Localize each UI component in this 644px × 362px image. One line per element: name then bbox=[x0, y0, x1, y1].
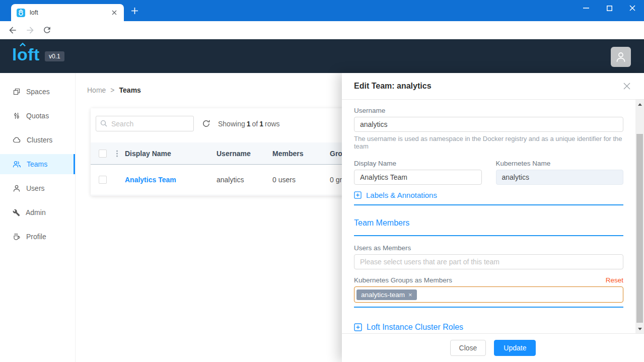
tag-close-icon[interactable]: × bbox=[408, 292, 412, 298]
table-toolbar: Showing1of1rows bbox=[96, 116, 280, 131]
sidebar-item-label: Spaces bbox=[26, 88, 50, 96]
logo-text-ft: ft bbox=[28, 45, 40, 64]
breadcrumb: Home>Teams bbox=[87, 86, 141, 94]
window-controls bbox=[575, 0, 644, 16]
admin-icon bbox=[13, 209, 20, 216]
spaces-icon bbox=[13, 88, 21, 96]
logo-text: l bbox=[12, 45, 17, 64]
scrollbar-thumb[interactable] bbox=[636, 134, 643, 323]
cluster-roles-toggle[interactable]: Loft Instance Cluster Roles bbox=[354, 323, 623, 332]
sidebar-item-spaces[interactable]: Spaces bbox=[0, 82, 75, 102]
sidebar-item-admin[interactable]: Admin bbox=[0, 202, 75, 223]
labels-annotations-label: Labels & Annotations bbox=[366, 191, 437, 199]
groups-members-select[interactable]: analytics-team × bbox=[354, 286, 623, 303]
back-icon[interactable] bbox=[8, 25, 18, 35]
cluster-roles-label: Loft Instance Cluster Roles bbox=[367, 323, 463, 332]
edit-team-drawer: Edit Team: analytics Username The userna… bbox=[342, 73, 644, 362]
sidebar-item-label: Quotas bbox=[26, 112, 49, 120]
drawer-close-icon[interactable] bbox=[622, 81, 632, 91]
minimize-icon[interactable] bbox=[575, 0, 598, 16]
select-all-checkbox[interactable] bbox=[99, 150, 107, 158]
team-display-name-link[interactable]: Analytics Team bbox=[125, 176, 176, 184]
users-icon bbox=[13, 184, 21, 192]
section-divider bbox=[354, 235, 623, 236]
tab-close-icon[interactable] bbox=[110, 8, 119, 17]
breadcrumb-current: Teams bbox=[119, 86, 141, 94]
plus-square-icon bbox=[354, 323, 362, 331]
group-tag-label: analytics-team bbox=[361, 291, 405, 299]
showing-rows-text: Showing1of1rows bbox=[218, 120, 280, 128]
column-menu-icon[interactable] bbox=[116, 150, 118, 157]
breadcrumb-home[interactable]: Home bbox=[87, 86, 106, 94]
sidebar-item-label: Teams bbox=[27, 160, 47, 168]
groups-members-label: Kubernetes Groups as Members bbox=[354, 276, 452, 284]
scroll-up-icon[interactable] bbox=[635, 100, 644, 108]
sidebar-item-label: Profile bbox=[26, 233, 46, 241]
browser-tab[interactable]: loft bbox=[11, 4, 124, 21]
maximize-icon[interactable] bbox=[598, 0, 621, 16]
user-avatar-button[interactable] bbox=[611, 47, 631, 67]
breadcrumb-separator: > bbox=[110, 86, 114, 94]
sidebar-item-profile[interactable]: Profile bbox=[0, 227, 75, 247]
username-input[interactable] bbox=[354, 117, 623, 132]
refresh-icon[interactable] bbox=[42, 25, 52, 35]
clusters-icon bbox=[13, 136, 21, 144]
browser-window: loft demo.loft.sh/teams bbox=[0, 0, 644, 362]
kubernetes-name-label: Kubernetes Name bbox=[496, 160, 624, 167]
team-members: 0 users bbox=[272, 176, 296, 184]
forward-icon[interactable] bbox=[25, 25, 35, 35]
update-button[interactable]: Update bbox=[494, 340, 536, 356]
sidebar-item-teams[interactable]: Teams bbox=[0, 154, 75, 174]
team-username: analytics bbox=[217, 176, 244, 184]
new-tab-icon[interactable] bbox=[131, 7, 138, 15]
drawer-header: Edit Team: analytics bbox=[342, 73, 644, 100]
sidebar-item-users[interactable]: Users bbox=[0, 178, 75, 198]
username-label: Username bbox=[354, 107, 623, 114]
loft-favicon-icon bbox=[17, 9, 25, 17]
drawer-body: Username The username is used as namespa… bbox=[342, 100, 644, 333]
plus-square-icon bbox=[354, 191, 362, 199]
username-hint: The username is used as namespace in the… bbox=[354, 135, 623, 150]
header-members[interactable]: Members bbox=[272, 150, 303, 158]
loft-logo[interactable]: loft bbox=[12, 45, 40, 64]
close-button[interactable]: Close bbox=[450, 340, 486, 356]
header-display-name[interactable]: Display Name bbox=[125, 150, 171, 158]
team-members-heading: Team Members bbox=[354, 219, 623, 228]
search-input[interactable] bbox=[96, 116, 194, 131]
profile-icon bbox=[13, 233, 21, 241]
close-icon[interactable] bbox=[621, 0, 644, 16]
reload-icon[interactable] bbox=[202, 119, 210, 128]
app-header: loft v0.1 bbox=[0, 39, 644, 73]
version-badge: v0.1 bbox=[45, 51, 64, 61]
teams-icon bbox=[13, 160, 21, 168]
sidebar-item-label: Users bbox=[26, 184, 45, 192]
search-icon bbox=[100, 120, 107, 129]
drawer-footer: Close Update bbox=[342, 333, 644, 362]
section-divider bbox=[354, 204, 623, 205]
sidebar-item-quotas[interactable]: Quotas bbox=[0, 106, 75, 126]
drawer-title: Edit Team: analytics bbox=[354, 82, 622, 91]
display-name-label: Display Name bbox=[354, 160, 482, 167]
sidebar: Spaces Quotas Clusters Teams Users Admin… bbox=[0, 73, 76, 362]
quotas-icon bbox=[13, 112, 21, 120]
display-name-input[interactable] bbox=[354, 170, 482, 185]
sidebar-item-clusters[interactable]: Clusters bbox=[0, 130, 75, 150]
labels-annotations-toggle[interactable]: Labels & Annotations bbox=[354, 191, 623, 199]
kubernetes-name-input bbox=[496, 170, 624, 185]
sidebar-item-label: Admin bbox=[26, 208, 46, 216]
browser-toolbar: demo.loft.sh/teams bbox=[0, 21, 644, 39]
users-members-label: Users as Members bbox=[354, 244, 623, 252]
sidebar-item-label: Clusters bbox=[27, 136, 52, 144]
row-checkbox[interactable] bbox=[99, 176, 107, 184]
users-members-select[interactable] bbox=[354, 254, 623, 269]
group-tag: analytics-team × bbox=[356, 289, 417, 300]
reset-link[interactable]: Reset bbox=[606, 276, 623, 284]
tab-title: loft bbox=[30, 9, 110, 16]
scroll-down-icon[interactable] bbox=[635, 325, 644, 333]
header-username[interactable]: Username bbox=[217, 150, 251, 158]
drawer-scrollbar[interactable] bbox=[635, 100, 644, 333]
browser-titlebar: loft bbox=[0, 0, 644, 21]
section-divider bbox=[354, 307, 623, 308]
